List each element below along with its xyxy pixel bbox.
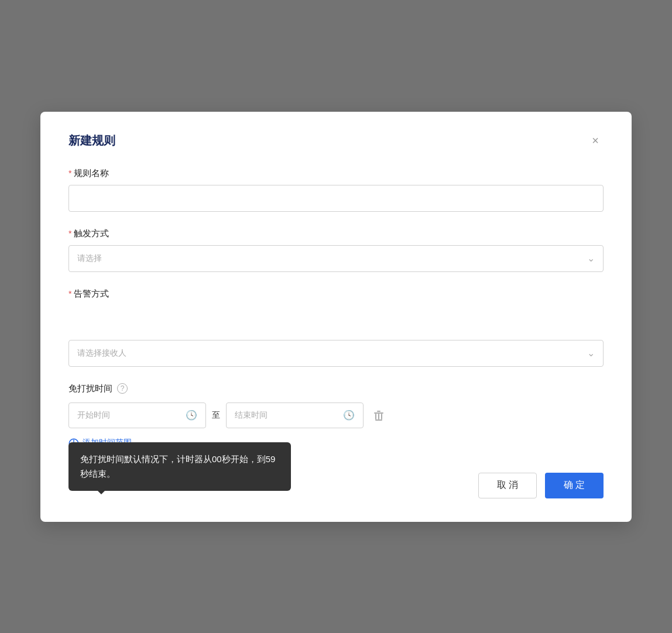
svg-rect-2: [375, 414, 376, 419]
recipient-placeholder: 请选择接收人: [77, 348, 126, 359]
svg-rect-3: [381, 414, 382, 419]
delete-time-range-button[interactable]: [369, 406, 388, 425]
end-clock-icon: 🕓: [343, 410, 355, 421]
dnd-section: 免打扰时间 ? 开始时间 🕓 至 结束时间 🕓: [68, 383, 604, 449]
recipient-group: 请选择接收人 ⌄: [68, 340, 604, 367]
time-range-row: 开始时间 🕓 至 结束时间 🕓: [68, 402, 604, 428]
required-star-trigger: *: [68, 229, 71, 238]
rule-name-label: * 规则名称: [68, 168, 604, 179]
svg-rect-5: [375, 419, 382, 421]
cancel-button[interactable]: 取 消: [478, 473, 537, 498]
trigger-method-group: * 触发方式 请选择 ⌄: [68, 228, 604, 272]
start-time-placeholder: 开始时间: [77, 410, 110, 421]
trigger-method-placeholder: 请选择: [77, 253, 102, 264]
rule-name-input[interactable]: [68, 185, 604, 212]
to-text: 至: [212, 410, 220, 421]
modal-dialog: 新建规则 × * 规则名称 * 触发方式 请选择 ⌄ * 告警方式 请选择接收人…: [40, 112, 632, 522]
close-button[interactable]: ×: [587, 133, 604, 149]
dnd-tooltip: 免打扰时间默认情况下，计时器从00秒开始，到59秒结束。: [68, 442, 291, 491]
required-star-alert: *: [68, 289, 71, 298]
tooltip-text: 免打扰时间默认情况下，计时器从00秒开始，到59秒结束。: [80, 454, 275, 479]
alert-method-label: * 告警方式: [68, 288, 604, 300]
svg-rect-0: [374, 412, 383, 414]
svg-rect-1: [377, 411, 380, 412]
recipient-chevron-icon: ⌄: [587, 348, 595, 359]
confirm-button[interactable]: 确 定: [545, 473, 604, 498]
modal-title: 新建规则: [68, 133, 115, 149]
trigger-method-select[interactable]: 请选择 ⌄: [68, 245, 604, 272]
trigger-chevron-icon: ⌄: [587, 253, 595, 264]
dnd-help-icon[interactable]: ?: [117, 383, 128, 394]
required-star-name: *: [68, 168, 71, 178]
start-time-input[interactable]: 开始时间 🕓: [68, 402, 206, 428]
recipient-select[interactable]: 请选择接收人 ⌄: [68, 340, 604, 367]
start-clock-icon: 🕓: [186, 410, 197, 421]
modal-header: 新建规则 ×: [68, 133, 604, 149]
dnd-label-row: 免打扰时间 ?: [68, 383, 604, 394]
alert-method-group: * 告警方式: [68, 288, 604, 324]
trigger-method-label: * 触发方式: [68, 228, 604, 239]
dnd-label: 免打扰时间: [68, 383, 112, 394]
end-time-input[interactable]: 结束时间 🕓: [226, 402, 364, 428]
svg-rect-4: [378, 414, 379, 419]
rule-name-group: * 规则名称: [68, 168, 604, 212]
end-time-placeholder: 结束时间: [235, 410, 268, 421]
